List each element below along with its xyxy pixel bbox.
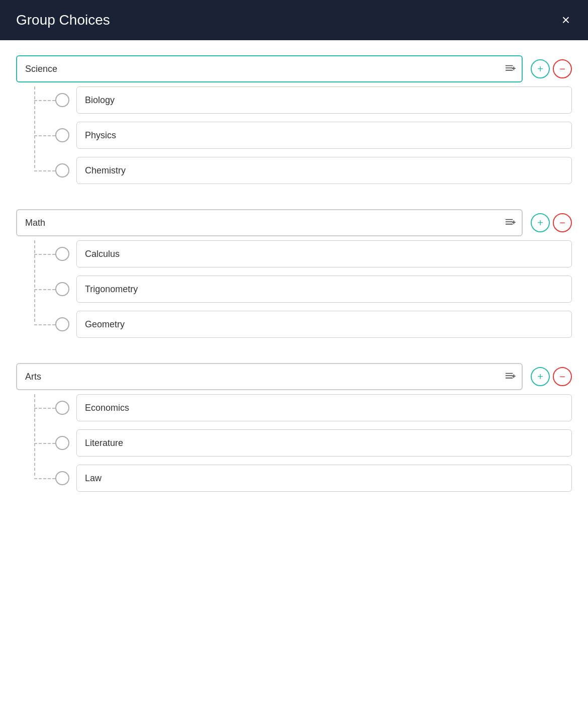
choice-input-math-2[interactable] bbox=[76, 311, 572, 338]
list-item bbox=[55, 394, 572, 421]
group-actions-science: +− bbox=[531, 59, 572, 78]
group-input-container-math bbox=[16, 209, 523, 236]
choice-radio-science-0[interactable] bbox=[55, 93, 69, 107]
dialog-header: Group Choices × bbox=[0, 0, 588, 40]
remove-group-button-science[interactable]: − bbox=[553, 59, 572, 78]
group-section-math: +− bbox=[16, 209, 572, 338]
choice-input-science-1[interactable] bbox=[76, 122, 572, 149]
list-item bbox=[55, 276, 572, 303]
list-item bbox=[55, 240, 572, 267]
group-section-arts: +− bbox=[16, 363, 572, 492]
group-header-arts: +− bbox=[16, 363, 572, 390]
list-item bbox=[55, 311, 572, 338]
group-name-input-arts[interactable] bbox=[16, 363, 523, 390]
choice-radio-arts-1[interactable] bbox=[55, 436, 69, 450]
choice-input-science-2[interactable] bbox=[76, 157, 572, 184]
close-button[interactable]: × bbox=[560, 11, 572, 29]
group-name-input-science[interactable] bbox=[16, 55, 523, 82]
choice-input-arts-0[interactable] bbox=[76, 394, 572, 421]
group-header-math: +− bbox=[16, 209, 572, 236]
add-group-button-arts[interactable]: + bbox=[531, 367, 550, 386]
remove-group-button-math[interactable]: − bbox=[553, 213, 572, 232]
list-item bbox=[55, 157, 572, 184]
add-group-button-science[interactable]: + bbox=[531, 59, 550, 78]
choice-input-arts-1[interactable] bbox=[76, 429, 572, 457]
choice-radio-science-1[interactable] bbox=[55, 128, 69, 142]
group-section-science: +− bbox=[16, 55, 572, 184]
choice-input-math-0[interactable] bbox=[76, 240, 572, 267]
add-group-button-math[interactable]: + bbox=[531, 213, 550, 232]
choice-radio-arts-0[interactable] bbox=[55, 401, 69, 415]
choice-input-math-1[interactable] bbox=[76, 276, 572, 303]
dialog-title: Group Choices bbox=[16, 12, 110, 28]
list-item bbox=[55, 86, 572, 114]
content-area: +− +− +− bbox=[0, 40, 588, 532]
list-item bbox=[55, 122, 572, 149]
remove-group-button-arts[interactable]: − bbox=[553, 367, 572, 386]
choice-radio-math-2[interactable] bbox=[55, 317, 69, 331]
choices-list-science bbox=[55, 86, 572, 184]
list-item bbox=[55, 429, 572, 457]
app-container: Group Choices × +− +− +− bbox=[0, 0, 588, 532]
choice-input-science-0[interactable] bbox=[76, 86, 572, 114]
list-item bbox=[55, 465, 572, 492]
group-input-container-science bbox=[16, 55, 523, 82]
group-name-input-math[interactable] bbox=[16, 209, 523, 236]
choice-input-arts-2[interactable] bbox=[76, 465, 572, 492]
choice-radio-science-2[interactable] bbox=[55, 163, 69, 177]
group-actions-math: +− bbox=[531, 213, 572, 232]
choice-radio-math-0[interactable] bbox=[55, 247, 69, 261]
group-header-science: +− bbox=[16, 55, 572, 82]
choice-radio-arts-2[interactable] bbox=[55, 471, 69, 485]
choice-radio-math-1[interactable] bbox=[55, 282, 69, 296]
choices-list-math bbox=[55, 240, 572, 338]
group-input-container-arts bbox=[16, 363, 523, 390]
group-actions-arts: +− bbox=[531, 367, 572, 386]
choices-list-arts bbox=[55, 394, 572, 492]
